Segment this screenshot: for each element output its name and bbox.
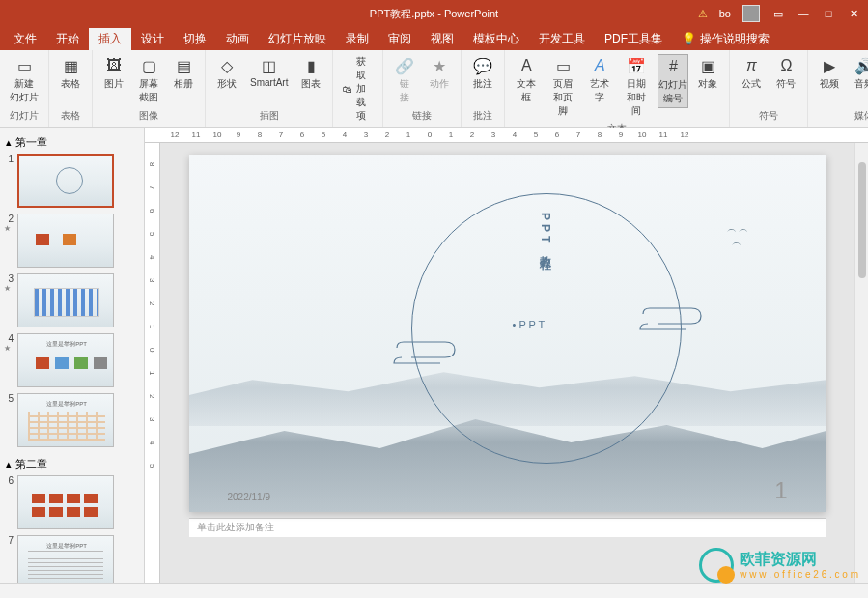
user-name[interactable]: bo [719, 8, 731, 19]
thumb-slide-2[interactable] [17, 214, 114, 268]
shapes-button[interactable]: ◇形状 [211, 54, 242, 93]
thumbnail-panel[interactable]: ▴ 第一章 1 2★ 3★ 4★ 这里是举例PPT 5 这里是举例PPT ▴ 第… [0, 128, 145, 583]
tab-slideshow[interactable]: 幻灯片放映 [259, 28, 336, 50]
vertical-scrollbar[interactable] [854, 143, 868, 583]
smartart-button[interactable]: ◫SmartArt [246, 54, 292, 90]
window-title: PPT教程.pptx - PowerPoint [370, 7, 498, 21]
screenshot-button[interactable]: ▢屏幕截图 [133, 54, 164, 106]
picture-button[interactable]: 🖼图片 [98, 54, 129, 93]
action-button[interactable]: ★动作 [424, 54, 455, 93]
table-icon: ▦ [61, 56, 80, 75]
ruler-vertical[interactable]: 87654321012345 [145, 143, 160, 583]
wordart-icon: A [590, 56, 609, 75]
ruler-horizontal[interactable]: 1211109876543210123456789101112 [145, 128, 868, 143]
symbol-icon: Ω [776, 56, 796, 75]
notes-pane[interactable]: 单击此处添加备注 [189, 518, 826, 537]
ribbon: ▭ 新建 幻灯片 幻灯片 ▦ 表格 表格 🖼图片 ▢屏幕截图 ▤相册 图像 ◇形… [0, 50, 868, 128]
get-addins-button[interactable]: 🛍获取加载项 [339, 54, 377, 124]
warning-icon[interactable]: ⚠ [698, 8, 708, 20]
datetime-icon: 📅 [627, 56, 646, 75]
tab-animations[interactable]: 动画 [216, 28, 259, 50]
collapse-icon: ▴ [6, 136, 12, 149]
tab-transitions[interactable]: 切换 [174, 28, 216, 50]
thumb-slide-5[interactable]: 这里是举例PPT [17, 393, 114, 447]
new-slide-button[interactable]: ▭ 新建 幻灯片 [6, 54, 42, 106]
tab-view[interactable]: 视图 [421, 28, 463, 50]
shapes-icon: ◇ [217, 56, 237, 75]
maximize-icon[interactable]: □ [822, 7, 835, 20]
tab-review[interactable]: 审阅 [378, 28, 421, 50]
audio-button[interactable]: 🔊音频 [849, 54, 868, 93]
watermark-site-name: 欧菲资源网 [740, 550, 858, 568]
watermark: 欧菲资源网 w w w . o f f i c e 2 6 . c o m [699, 548, 858, 583]
thumb-slide-3[interactable] [17, 273, 114, 327]
lightbulb-icon: 💡 [682, 32, 696, 45]
tab-insert[interactable]: 插入 [89, 28, 131, 50]
ribbon-options-icon[interactable]: ▭ [771, 7, 785, 20]
comment-icon: 💬 [473, 56, 492, 75]
slide-number-button[interactable]: #幻灯片 编号 [658, 54, 688, 108]
thumb-slide-7[interactable]: 这里是举例PPT [17, 535, 114, 583]
group-comments-label: 批注 [473, 109, 492, 123]
tab-home[interactable]: 开始 [46, 28, 89, 50]
close-icon[interactable]: ✕ [847, 7, 860, 20]
group-symbols-label: 符号 [759, 109, 778, 123]
video-button[interactable]: ▶视频 [814, 54, 845, 93]
thumb-num-7: 7 [4, 535, 14, 546]
thumb-slide-1[interactable] [17, 154, 114, 208]
section-2-header[interactable]: ▴ 第二章 [4, 453, 140, 475]
watermark-logo-icon [699, 548, 734, 583]
object-button[interactable]: ▣对象 [692, 54, 723, 93]
comment-button[interactable]: 💬批注 [467, 54, 498, 93]
equation-icon: π [742, 56, 761, 75]
tab-developer[interactable]: 开发工具 [529, 28, 595, 50]
tab-file[interactable]: 文件 [4, 28, 46, 50]
animation-icon: ★ [4, 224, 14, 233]
chart-button[interactable]: ▮图表 [295, 54, 326, 93]
tab-record[interactable]: 录制 [336, 28, 378, 50]
textbox-icon: A [517, 56, 536, 75]
tab-design[interactable]: 设计 [131, 28, 174, 50]
symbol-button[interactable]: Ω符号 [770, 54, 801, 93]
slide-canvas[interactable]: PPT教程 P P T ︵ ︵ ︵ 2022/11/9 1 [189, 155, 826, 512]
group-illustrations-label: 插图 [260, 109, 279, 123]
table-button[interactable]: ▦ 表格 [55, 54, 86, 93]
cloud-shape-2 [392, 338, 460, 367]
statusbar [0, 583, 868, 598]
animation-icon: ★ [4, 344, 14, 353]
thumb-slide-6[interactable] [17, 475, 114, 529]
group-links-label: 链接 [412, 109, 432, 123]
header-footer-button[interactable]: ▭页眉和页脚 [546, 54, 580, 120]
wordart-button[interactable]: A艺术字 [584, 54, 615, 106]
video-icon: ▶ [820, 56, 839, 75]
watermark-url: w w w . o f f i c e 2 6 . c o m [740, 569, 858, 581]
tell-me-search[interactable]: 💡 操作说明搜索 [682, 31, 770, 47]
notes-placeholder: 单击此处添加备注 [197, 522, 274, 532]
thumb-num-5: 5 [4, 393, 14, 404]
ppt-label: P P T [513, 319, 546, 330]
tab-pdftools[interactable]: PDF工具集 [595, 28, 672, 50]
group-images-label: 图像 [139, 109, 158, 123]
thumb-num-1: 1 [4, 154, 14, 164]
minimize-icon[interactable]: — [797, 7, 810, 20]
section-1-header[interactable]: ▴ 第一章 [4, 131, 140, 154]
textbox-button[interactable]: A文本框 [511, 54, 542, 106]
new-slide-icon: ▭ [14, 56, 34, 75]
collapse-icon: ▴ [6, 458, 12, 470]
album-button[interactable]: ▤相册 [168, 54, 199, 93]
link-button[interactable]: 🔗链 接 [389, 54, 420, 106]
slide-page-number: 1 [774, 477, 787, 504]
animation-icon: ★ [4, 284, 14, 293]
tab-templates[interactable]: 模板中心 [463, 28, 529, 50]
avatar[interactable] [742, 5, 760, 22]
thumb-slide-4[interactable]: 这里是举例PPT [17, 333, 114, 387]
thumb-num-6: 6 [4, 475, 14, 486]
smartart-icon: ◫ [260, 56, 279, 75]
audio-icon: 🔊 [854, 56, 868, 75]
thumb-num-4: 4 [4, 333, 14, 344]
equation-button[interactable]: π公式 [736, 54, 767, 93]
picture-icon: 🖼 [104, 56, 124, 75]
chart-icon: ▮ [301, 56, 321, 75]
action-icon: ★ [430, 56, 449, 75]
datetime-button[interactable]: 📅日期和时间 [619, 54, 654, 120]
